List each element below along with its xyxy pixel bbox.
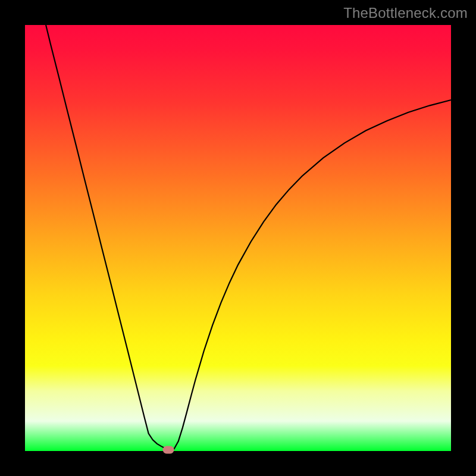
watermark-text: TheBottleneck.com [343, 5, 468, 21]
bottleneck-curve [25, 25, 451, 451]
optimal-point-marker [162, 446, 174, 453]
chart-plot-area [25, 25, 451, 451]
chart-frame: TheBottleneck.com [0, 0, 476, 476]
